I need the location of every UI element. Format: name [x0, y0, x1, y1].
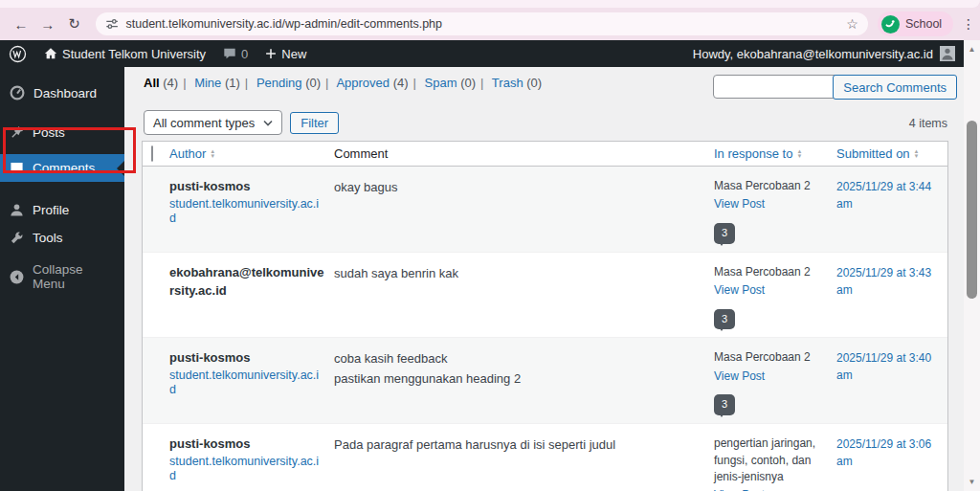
view-post-link[interactable]: View Post — [714, 487, 827, 491]
post-title: Masa Percobaan 2 — [714, 179, 811, 192]
filter-approved[interactable]: Approved (4) — [336, 76, 408, 90]
post-title: Masa Percobaan 2 — [714, 350, 811, 364]
author-name: pusti-kosmos — [169, 178, 324, 196]
author-name: ekobahrana@telkomuniversity.ac.id — [169, 264, 324, 301]
filter-trash[interactable]: Trash (0) — [492, 76, 542, 90]
submitted-date-link[interactable]: 2025/11/29 at 3:43 am — [836, 264, 938, 299]
filter-mine[interactable]: Mine (1) — [194, 76, 240, 90]
comment-type-value: All comment types — [153, 116, 255, 130]
sort-arrows-icon: ▲▼ — [914, 149, 920, 159]
browser-chrome: ← → ↻ student.telkomuniversity.ac.id/wp-… — [0, 0, 980, 40]
comment-text: sudah saya benrin kak — [334, 253, 714, 338]
author-site-link[interactable]: student.telkomuniversity.ac.id — [169, 197, 319, 225]
sort-arrows-icon: ▲▼ — [796, 149, 802, 159]
comment-row: ekobahrana@telkomuniversity.ac.id sudah … — [143, 253, 947, 339]
admin-bar-new-link[interactable]: New — [256, 40, 315, 67]
admin-bar-site-link[interactable]: Student Telkom University — [35, 40, 214, 67]
view-post-link[interactable]: View Post — [714, 368, 827, 385]
filter-pending[interactable]: Pending (0) — [256, 76, 321, 90]
chevron-down-icon — [263, 120, 273, 126]
author-name: pusti-kosmos — [169, 435, 324, 454]
items-count: 4 items — [909, 117, 947, 130]
row-select-area — [143, 338, 169, 423]
page-scrollbar[interactable]: ▲ ▼ — [964, 40, 980, 491]
sidebar-item-tools[interactable]: Tools — [0, 224, 124, 252]
row-select-area — [143, 253, 169, 338]
address-bar[interactable]: student.telkomuniversity.ac.id/wp-admin/… — [96, 12, 868, 35]
scroll-up-icon[interactable]: ▲ — [964, 45, 980, 54]
sidebar-item-comments[interactable]: Comments — [0, 154, 124, 182]
home-icon — [44, 47, 57, 60]
pushpin-icon — [10, 125, 24, 140]
comment-text: Pada paragraf pertama harusnya di isi se… — [334, 424, 714, 491]
comment-status-filters: All (4)| Mine (1)| Pending (0)| Approved… — [144, 76, 542, 90]
sidebar-item-collapse-menu[interactable]: Collapse Menu — [0, 256, 124, 298]
browser-menu-icon[interactable]: ⋮ — [957, 16, 980, 32]
submitted-date-link[interactable]: 2025/11/29 at 3:06 am — [836, 435, 938, 470]
filter-button[interactable]: Filter — [290, 112, 339, 134]
user-avatar — [940, 46, 955, 61]
select-all-checkbox[interactable] — [151, 145, 153, 162]
scroll-down-icon[interactable]: ▼ — [964, 478, 980, 486]
comment-text: okay bagus — [334, 167, 714, 252]
sidebar-item-dashboard[interactable]: Dashboard — [0, 78, 124, 107]
comments-page: All (4)| Mine (1)| Pending (0)| Approved… — [124, 67, 964, 491]
header-comment: Comment — [334, 146, 714, 161]
admin-bar-comments-link[interactable]: 0 — [214, 40, 256, 67]
submitted-date-link[interactable]: 2025/11/29 at 3:40 am — [836, 349, 938, 384]
sort-author[interactable]: Author▲▼ — [169, 146, 215, 161]
row-select-area — [143, 424, 169, 491]
profile-name: School — [905, 17, 942, 31]
dashboard-icon — [10, 85, 25, 100]
sidebar-item-posts[interactable]: Posts — [0, 119, 124, 146]
author-site-link[interactable]: student.telkomuniversity.ac.id — [169, 455, 319, 482]
view-post-link[interactable]: View Post — [714, 196, 827, 212]
wrench-icon — [10, 231, 24, 245]
sort-submitted-on[interactable]: Submitted on▲▼ — [836, 146, 920, 161]
submitted-date-link[interactable]: 2025/11/29 at 3:44 am — [836, 178, 938, 212]
comment-text: coba kasih feedback pastikan menggunakan… — [334, 338, 714, 423]
admin-comment-count: 0 — [241, 47, 248, 61]
table-header-row: Author▲▼ Comment In response to▲▼ Submit… — [143, 142, 947, 167]
reload-icon[interactable]: ↻ — [61, 15, 88, 33]
sidebar-item-profile[interactable]: Profile — [0, 196, 124, 224]
comment-row: pusti-kosmos student.telkomuniversity.ac… — [143, 338, 947, 424]
comment-type-select[interactable]: All comment types — [144, 110, 282, 135]
comments-table: Author▲▼ Comment In response to▲▼ Submit… — [142, 141, 948, 491]
plus-icon — [265, 48, 277, 59]
collapse-icon — [10, 270, 24, 284]
filter-tools-row: All comment types Filter — [144, 110, 339, 135]
author-site-link[interactable]: student.telkomuniversity.ac.id — [169, 368, 319, 396]
search-comments-button[interactable]: Search Comments — [833, 75, 957, 100]
comment-row: pusti-kosmos student.telkomuniversity.ac… — [143, 167, 947, 253]
response-count-badge[interactable]: 3 — [714, 223, 735, 244]
sidebar-label: Dashboard — [33, 86, 97, 100]
view-post-link[interactable]: View Post — [714, 282, 827, 299]
sort-in-response-to[interactable]: In response to▲▼ — [714, 146, 802, 161]
browser-tab-strip — [0, 0, 980, 8]
response-count-badge[interactable]: 3 — [714, 309, 735, 330]
bookmark-star-icon[interactable]: ☆ — [846, 16, 858, 32]
sort-arrows-icon: ▲▼ — [210, 149, 215, 159]
site-settings-icon[interactable] — [105, 17, 119, 31]
person-icon — [10, 203, 24, 217]
filter-spam[interactable]: Spam (0) — [425, 76, 476, 90]
browser-toolbar: ← → ↻ student.telkomuniversity.ac.id/wp-… — [0, 8, 980, 40]
url-text: student.telkomuniversity.ac.id/wp-admin/… — [126, 17, 847, 31]
wp-admin-bar: Student Telkom University 0 New Howdy, e… — [0, 40, 980, 67]
admin-bar-account[interactable]: Howdy, ekobahrana@telkomuniversity.ac.id — [693, 46, 980, 61]
filter-all[interactable]: All (4) — [144, 76, 178, 90]
back-icon[interactable]: ← — [8, 16, 34, 33]
scrollbar-thumb[interactable] — [967, 121, 977, 299]
forward-icon[interactable]: → — [34, 16, 61, 33]
sidebar-label: Collapse Menu — [33, 262, 115, 291]
site-name: Student Telkom University — [62, 47, 206, 61]
sidebar-label: Comments — [33, 161, 95, 175]
sidebar-label: Profile — [33, 203, 69, 217]
search-comments-input[interactable] — [713, 75, 850, 99]
wordpress-logo-icon[interactable] — [0, 40, 35, 67]
browser-profile-button[interactable]: School — [878, 11, 953, 36]
sidebar-label: Posts — [33, 125, 65, 140]
response-count-badge[interactable]: 3 — [714, 394, 735, 415]
author-name: pusti-kosmos — [169, 349, 324, 368]
